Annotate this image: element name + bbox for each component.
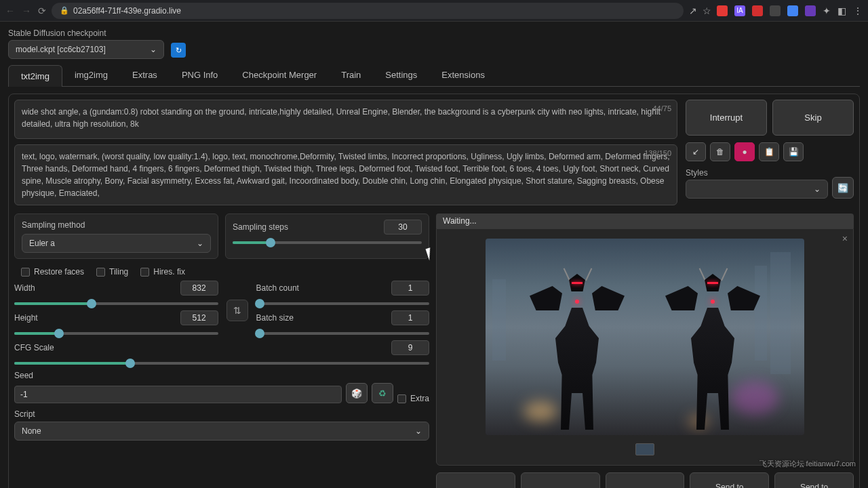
neg-token-counter: 138/150	[644, 148, 671, 159]
extension-icons: IA ✦ ◧ ⋮	[717, 5, 863, 16]
sampling-method-label: Sampling method	[22, 220, 85, 230]
sampling-steps-slider[interactable]	[233, 241, 422, 244]
width-slider[interactable]	[14, 302, 218, 305]
height-label: Height	[14, 313, 38, 323]
chevron-down-icon: ⌄	[415, 426, 422, 436]
forward-button[interactable]: →	[22, 5, 31, 16]
send-to-img2img-button[interactable]: Send toimg2img	[690, 472, 769, 488]
ext-icon-4[interactable]	[770, 5, 781, 16]
sampling-steps-input[interactable]: 30	[384, 220, 422, 235]
apply-style-button[interactable]: 🔄	[832, 177, 854, 199]
prompt-text: wide shot angle, a (gundam:0.8) robot st…	[22, 107, 660, 129]
output-gallery: ×	[436, 228, 854, 466]
ext-icon-5[interactable]	[787, 5, 798, 16]
batch-count-input[interactable]: 1	[391, 281, 429, 296]
checkpoint-label: Stable Diffusion checkpoint	[8, 28, 164, 38]
styles-select[interactable]: ⌄	[686, 180, 828, 199]
width-input[interactable]: 832	[180, 281, 218, 296]
ext-icon-3[interactable]	[752, 5, 763, 16]
browser-toolbar: ← → ⟳ 🔒 02a56ff4-71ff-439e.gradio.live ↗…	[0, 0, 868, 22]
ext-icon-2[interactable]: IA	[734, 5, 745, 16]
seed-label: Seed	[14, 371, 33, 380]
restore-faces-checkbox[interactable]	[21, 268, 30, 277]
batch-count-label: Batch count	[256, 283, 299, 293]
tab-txt2img[interactable]: txt2img	[8, 65, 62, 87]
restore-faces-label: Restore faces	[34, 267, 84, 277]
reuse-seed-button[interactable]: ♻	[372, 383, 393, 403]
back-button[interactable]: ←	[5, 5, 15, 16]
ext-icon-6[interactable]	[805, 5, 816, 16]
close-preview-button[interactable]: ×	[842, 233, 848, 244]
zip-button[interactable]: Zip	[606, 472, 685, 488]
sampling-method-value: Euler a	[29, 239, 55, 248]
cfg-slider[interactable]	[14, 362, 429, 365]
trash-button[interactable]: 🗑	[710, 142, 730, 161]
cfg-label: CFG Scale	[14, 343, 54, 352]
height-input[interactable]: 512	[180, 310, 218, 325]
chevron-down-icon: ⌄	[814, 184, 821, 194]
chevron-down-icon: ⌄	[150, 45, 157, 54]
style-dot-button[interactable]: ●	[734, 142, 755, 161]
save-button[interactable]: Save	[521, 472, 600, 488]
checkpoint-select[interactable]: model.ckpt [cc6cb27103] ⌄	[8, 40, 164, 59]
extensions-icon[interactable]: ✦	[823, 5, 831, 16]
styles-label: Styles	[686, 168, 828, 178]
reload-button[interactable]: ⟳	[38, 5, 46, 16]
tab-settings[interactable]: Settings	[373, 64, 429, 86]
batch-count-slider[interactable]	[256, 302, 429, 305]
skip-button[interactable]: Skip	[772, 100, 854, 136]
thumbnail[interactable]	[635, 443, 654, 455]
refresh-checkpoint-button[interactable]: ↻	[171, 43, 186, 58]
address-bar[interactable]: 🔒 02a56ff4-71ff-439e.gradio.live	[52, 3, 684, 19]
swap-dimensions-button[interactable]: ⇅	[226, 300, 248, 321]
clipboard-button[interactable]: 📋	[759, 142, 779, 161]
main-tabs: txt2img img2img Extras PNG Info Checkpoi…	[8, 64, 860, 87]
neg-prompt-text: text, logo, watermark, (worst quality, l…	[22, 152, 670, 198]
save-style-button[interactable]: 💾	[783, 142, 804, 161]
tab-merger[interactable]: Checkpoint Merger	[230, 64, 329, 86]
bookmark-icon[interactable]: ☆	[703, 5, 711, 16]
arrow-tool-button[interactable]: ↙	[686, 142, 706, 161]
interrupt-button[interactable]: Interrupt	[686, 100, 767, 136]
watermark-text: 飞天资源论坛 feitianwu7.com	[760, 459, 856, 469]
checkpoint-value: model.ckpt [cc6cb27103]	[16, 45, 106, 54]
lock-icon: 🔒	[60, 6, 69, 15]
batch-size-slider[interactable]	[256, 332, 429, 335]
share-icon[interactable]: ↗	[689, 5, 697, 16]
sampling-method-select[interactable]: Euler a ⌄	[22, 234, 211, 253]
hires-label: Hires. fix	[153, 267, 185, 277]
height-slider[interactable]	[14, 332, 218, 335]
batch-size-input[interactable]: 1	[391, 310, 429, 325]
send-to-extras-button[interactable]: Send toextras	[774, 472, 854, 488]
negative-prompt-textarea[interactable]: 138/150 text, logo, watermark, (worst qu…	[14, 144, 677, 205]
script-value: None	[22, 426, 41, 436]
tab-train[interactable]: Train	[329, 64, 373, 86]
sidepanel-icon[interactable]: ◧	[837, 5, 846, 16]
chevron-down-icon: ⌄	[197, 239, 203, 248]
tiling-checkbox[interactable]	[96, 268, 105, 277]
sampling-steps-label: Sampling steps	[233, 222, 288, 232]
extra-label: Extra	[410, 394, 429, 403]
generated-image[interactable]	[486, 239, 804, 435]
script-select[interactable]: None ⌄	[14, 422, 429, 441]
script-label: Script	[14, 409, 35, 419]
tiling-label: Tiling	[109, 267, 128, 277]
open-folder-button[interactable]: 📁	[436, 472, 515, 488]
tab-extras[interactable]: Extras	[120, 64, 170, 86]
hires-fix-checkbox[interactable]	[140, 268, 149, 277]
tab-extensions[interactable]: Extensions	[429, 64, 497, 86]
seed-input[interactable]: -1	[14, 386, 342, 403]
width-label: Width	[14, 283, 35, 293]
batch-size-label: Batch size	[256, 313, 294, 323]
cfg-input[interactable]: 9	[391, 340, 429, 355]
url-text: 02a56ff4-71ff-439e.gradio.live	[73, 6, 181, 16]
extra-seed-checkbox[interactable]	[397, 394, 406, 403]
tab-pnginfo[interactable]: PNG Info	[170, 64, 230, 86]
prompt-token-counter: 44/75	[652, 103, 671, 115]
progress-status: Waiting...	[436, 214, 854, 228]
menu-icon[interactable]: ⋮	[853, 5, 863, 16]
random-seed-button[interactable]: 🎲	[346, 383, 368, 403]
prompt-textarea[interactable]: 44/75 wide shot angle, a (gundam:0.8) ro…	[14, 100, 677, 139]
tab-img2img[interactable]: img2img	[62, 64, 120, 86]
ext-icon-1[interactable]	[717, 5, 728, 16]
